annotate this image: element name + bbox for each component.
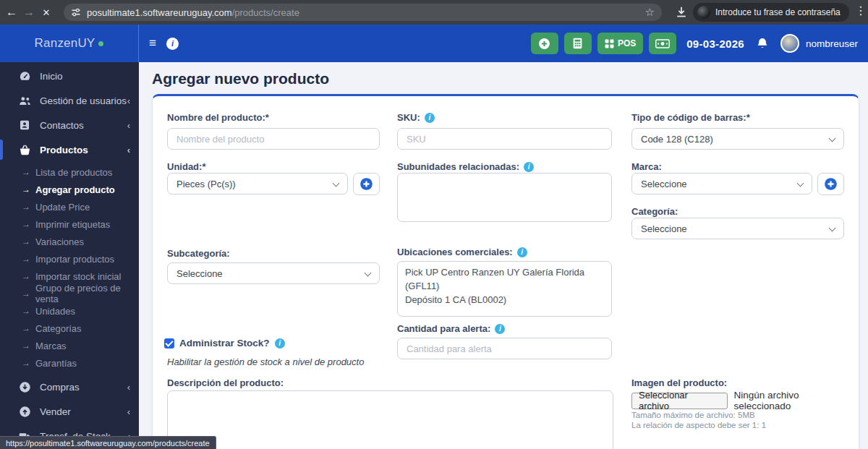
no-file-text: Ningún archivo seleccionado <box>733 390 859 411</box>
main-content: Agregar nuevo producto Nombre del produc… <box>139 62 868 449</box>
cantidad-alerta-input[interactable]: Cantidad para alerta <box>397 338 612 359</box>
sidebar-subitem-garantias[interactable]: Garantías <box>0 354 139 372</box>
sidebar-subitem-variaciones[interactable]: Variaciones <box>0 233 139 250</box>
info-icon[interactable] <box>275 338 285 348</box>
subunidades-textarea[interactable] <box>397 173 612 222</box>
unidad-select[interactable]: Pieces (Pc(s)) <box>167 173 348 194</box>
subcategoria-label: Subcategoría: <box>167 248 230 259</box>
users-icon <box>19 95 31 107</box>
plus-circle-icon <box>538 38 550 50</box>
contact-card-icon <box>19 119 31 132</box>
administrar-stock-checkbox[interactable] <box>164 338 174 348</box>
cantidad-alerta-label: Cantidad para alerta: <box>397 323 505 334</box>
chevron-left-icon <box>127 95 130 106</box>
sidebar-item-inicio[interactable]: Inicio <box>0 64 139 88</box>
sidebar-item-compras[interactable]: Compras <box>0 375 139 399</box>
barcode-type-select[interactable]: Code 128 (C128) <box>631 128 844 150</box>
stock-helper-text: Habilitar la gestión de stock a nivel de… <box>167 356 364 367</box>
sidebar-subitem-marcas[interactable]: Marcas <box>0 337 139 354</box>
subitem-label: Marcas <box>35 341 67 351</box>
basket-icon <box>19 144 31 156</box>
sidebar-item-label: Productos <box>40 145 88 155</box>
sidebar-subitem-categorias[interactable]: Categorías <box>0 320 139 337</box>
arrow-right-icon <box>22 358 30 368</box>
extension-label: Introduce tu frase de contraseña <box>715 7 841 17</box>
imagen-file-input[interactable]: Seleccionar archivo Ningún archivo selec… <box>631 390 859 411</box>
sidebar-subitem-imprimir-etiquetas[interactable]: Imprimir etiquetas <box>0 215 139 233</box>
user-avatar[interactable] <box>780 34 799 53</box>
bookmark-star-icon[interactable] <box>645 6 655 19</box>
header-info-icon[interactable] <box>166 38 179 50</box>
subitem-label: Agregar producto <box>35 184 115 195</box>
sku-label: SKU: <box>397 112 435 123</box>
brand-box[interactable]: RanzenUY <box>0 25 139 62</box>
subitem-label: Variaciones <box>35 236 84 247</box>
chevron-down-icon <box>365 270 372 277</box>
chevron-down-icon <box>829 135 836 142</box>
back-icon[interactable] <box>3 4 20 21</box>
arrow-right-icon <box>22 219 30 229</box>
marca-select[interactable]: Seleccione <box>631 173 812 194</box>
app-header: RanzenUY <box>0 25 868 62</box>
sidebar-subitem-importar-productos[interactable]: Importar productos <box>0 250 139 268</box>
nombre-input[interactable]: Nombre del producto <box>167 128 380 150</box>
calculator-button[interactable] <box>564 33 592 54</box>
info-icon[interactable] <box>517 247 527 257</box>
subitem-label: Update Price <box>35 202 90 213</box>
hamburger-menu-icon[interactable] <box>149 36 156 51</box>
categoria-label: Categoría: <box>631 206 678 217</box>
stop-icon[interactable] <box>38 4 55 21</box>
subitem-label: Lista de productos <box>35 167 112 178</box>
arrow-right-icon <box>22 341 30 351</box>
descripcion-textarea[interactable] <box>167 390 613 449</box>
subitem-label: Imprimir etiquetas <box>35 219 110 230</box>
sidebar-subitem-grupo-de-precios[interactable]: Grupo de precios de venta <box>0 285 139 302</box>
sidebar-subitem-unidades[interactable]: Unidades <box>0 302 139 320</box>
arrow-right-icon <box>22 288 30 299</box>
info-icon[interactable] <box>495 324 505 334</box>
ubicaciones-label: Ubicaciones comerciales: <box>397 247 527 257</box>
quick-add-button[interactable] <box>531 33 558 54</box>
username-label[interactable]: nombreuser <box>806 38 858 49</box>
grid-icon <box>605 39 614 48</box>
download-icon[interactable] <box>676 6 687 18</box>
active-indicator <box>0 140 3 160</box>
url-bar[interactable]: posultimate1.softwareuruguay.com/product… <box>64 4 662 21</box>
notifications-bell-icon[interactable] <box>756 37 769 51</box>
sidebar-item-productos[interactable]: Productos <box>0 137 139 162</box>
subcategoria-select[interactable]: Seleccione <box>167 262 380 284</box>
sidebar-item-gestion-de-usuarios[interactable]: Gestión de usuarios <box>0 88 139 113</box>
forward-icon[interactable] <box>20 4 38 21</box>
add-marca-button[interactable] <box>817 173 844 195</box>
sidebar-item-vender[interactable]: Vender <box>0 399 139 424</box>
sidebar-subitem-agregar-producto[interactable]: Agregar producto <box>0 181 139 198</box>
browser-toolbar: posultimate1.softwareuruguay.com/product… <box>0 0 868 25</box>
info-icon[interactable] <box>425 113 435 123</box>
descripcion-label: Descripción del producto: <box>167 377 284 388</box>
file-select-button[interactable]: Seleccionar archivo <box>631 393 728 409</box>
unidad-label: Unidad:* <box>167 161 205 172</box>
sidebar-subitem-update-price[interactable]: Update Price <box>0 198 139 215</box>
cash-register-button[interactable] <box>649 33 676 54</box>
info-icon[interactable] <box>524 162 534 172</box>
arrow-right-icon <box>22 323 30 333</box>
browser-menu-icon[interactable] <box>855 4 867 17</box>
pos-button[interactable]: POS <box>597 33 643 54</box>
subitem-label: Categorías <box>35 323 82 334</box>
sidebar-item-label: Inicio <box>40 71 63 82</box>
page-title: Agregar nuevo producto <box>152 70 329 87</box>
marca-label: Marca: <box>631 161 662 172</box>
url-path: /products/create <box>232 7 299 18</box>
categoria-select[interactable]: Seleccione <box>631 218 844 239</box>
sku-input[interactable]: SKU <box>397 128 612 150</box>
sidebar-item-contactos[interactable]: Contactos <box>0 113 139 137</box>
plus-circle-icon <box>824 177 838 191</box>
sidebar-subitem-lista-de-productos[interactable]: Lista de productos <box>0 163 139 181</box>
ubicaciones-textarea[interactable]: Pick UP Centro Ranzen UY Galería Florida… <box>397 261 612 317</box>
arrow-right-icon <box>22 254 30 264</box>
brand-logo: RanzenUY <box>35 36 95 51</box>
passphrase-extension-pill[interactable]: Introduce tu frase de contraseña <box>693 3 849 22</box>
add-unidad-button[interactable] <box>353 173 380 195</box>
sidebar-item-label: Gestión de usuarios <box>40 95 127 106</box>
dashboard-gauge-icon <box>19 70 31 82</box>
